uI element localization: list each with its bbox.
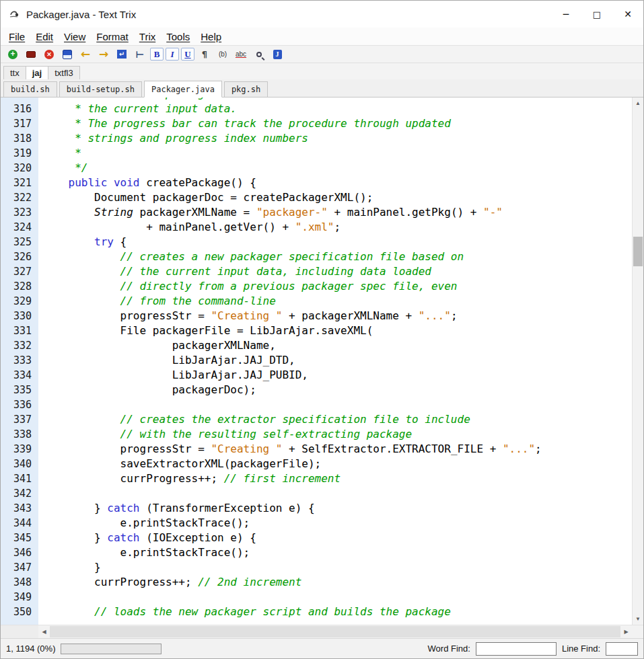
code-line-text: */ <box>38 161 87 176</box>
italic-icon[interactable]: I <box>166 48 179 61</box>
status-bar: 1, 1194 (0%) Word Find: Line Find: <box>1 638 643 658</box>
line-wrap-icon[interactable]: ↵ <box>114 47 130 61</box>
underline-icon[interactable]: U <box>181 48 194 61</box>
file-tab-pkg.sh[interactable]: pkg.sh <box>224 81 268 98</box>
code-line: 334 LibJarAjar.JAJ_PUBID, <box>1 368 632 383</box>
scroll-left-icon[interactable]: ◀ <box>38 625 50 638</box>
menu-help[interactable]: Help <box>195 31 227 42</box>
bold-icon[interactable]: B <box>150 48 164 61</box>
file-tab-Packager.java[interactable]: Packager.java <box>144 81 222 98</box>
line-number: 327 <box>1 264 38 279</box>
menu-edit[interactable]: Edit <box>30 31 59 42</box>
code-line-text: currProgress++; // 2nd increment <box>38 575 301 590</box>
title-bar: Packager.java - Text Trix ─ □ ✕ <box>1 1 643 28</box>
menu-trix[interactable]: Trix <box>134 31 161 42</box>
line-number: 317 <box>1 116 38 131</box>
code-line: 317 * The progress bar can track the pro… <box>1 116 632 131</box>
horizontal-scrollbar[interactable]: ◀ ▶ <box>1 625 643 638</box>
file-tab-build-setup.sh[interactable]: build-setup.sh <box>59 81 142 98</box>
code-line-text: // the current input data, including dat… <box>38 264 431 279</box>
menu-format[interactable]: Format <box>91 31 134 42</box>
line-number: 348 <box>1 575 38 590</box>
code-line: 322 Document packagerDoc = createPackage… <box>1 190 632 205</box>
group-tab-ttx[interactable]: ttx <box>3 66 26 79</box>
tab-stop-icon[interactable]: ⊢ <box>132 47 148 61</box>
new-file-icon[interactable]: + <box>5 47 21 61</box>
close-icon[interactable]: ✕ <box>612 1 643 28</box>
spell-check-icon[interactable]: abc <box>233 47 249 61</box>
line-number: 334 <box>1 368 38 383</box>
code-line-text: * strings and progress index numbers <box>38 131 308 146</box>
code-line: 342 <box>1 486 632 501</box>
code-line-text: e.printStackTrace(); <box>38 545 250 560</box>
code-line-text <box>38 486 42 501</box>
code-line: 325 try { <box>1 235 632 249</box>
line-number: 324 <box>1 220 38 235</box>
maximize-icon[interactable]: □ <box>581 1 612 28</box>
app-window: Packager.java - Text Trix ─ □ ✕ FileEdit… <box>0 0 644 659</box>
code-line-text: packagerDoc); <box>38 383 256 397</box>
trix-note-icon[interactable]: J <box>269 47 285 61</box>
line-find-input[interactable] <box>606 642 638 656</box>
toolbar: +✕←→↵⊢BIU¶(b)abcJ <box>1 46 643 63</box>
code-line-text: + mainPanel.getVer() + ".xml"; <box>38 220 341 235</box>
group-tab-txtfl3[interactable]: txtfl3 <box>48 66 79 79</box>
code-line-text: Document packagerDoc = createPackagerXML… <box>38 190 373 205</box>
line-find-label: Line Find: <box>562 644 600 654</box>
code-line-text: * <box>38 146 81 161</box>
vertical-scroll-track[interactable] <box>633 109 643 613</box>
code-line-text: public void createPackage() { <box>38 176 256 190</box>
line-number: 318 <box>1 131 38 146</box>
search-icon[interactable] <box>251 47 267 61</box>
code-line-text <box>38 397 42 412</box>
minimize-icon[interactable]: ─ <box>550 1 581 28</box>
code-line-text: e.printStackTrace(); <box>38 516 250 531</box>
line-number: 347 <box>1 560 38 575</box>
caret-position: 1, 1194 (0%) <box>6 644 55 654</box>
code-line-text: } <box>38 560 101 575</box>
horizontal-scroll-track[interactable] <box>50 625 620 638</box>
menu-file[interactable]: File <box>3 31 30 42</box>
line-number: 329 <box>1 294 38 309</box>
code-line: 316 * the current input data. <box>1 102 632 116</box>
menu-tools[interactable]: Tools <box>161 31 195 42</box>
code-line: 320 */ <box>1 161 632 176</box>
scroll-down-icon[interactable]: ▼ <box>633 613 643 625</box>
scrollbar-corner <box>632 625 643 638</box>
code-line-text: // with the resulting self-extracting pa… <box>38 427 412 442</box>
paragraph-marks-icon[interactable]: ¶ <box>196 47 213 61</box>
code-editor[interactable]: 315 * Creates the package based on316 * … <box>1 98 632 625</box>
code-line-text: * the current input data. <box>38 102 237 116</box>
line-number: 339 <box>1 442 38 457</box>
word-find-input[interactable] <box>476 642 557 656</box>
line-number: 331 <box>1 323 38 338</box>
code-line: 331 File packagerFile = LibJarAjar.saveX… <box>1 323 632 338</box>
code-line: 345 } catch (IOException e) { <box>1 531 632 545</box>
scroll-right-icon[interactable]: ▶ <box>620 625 632 638</box>
code-line: 340 saveExtractorXML(packagerFile); <box>1 457 632 471</box>
code-line: 341 currProgress++; // first increment <box>1 471 632 486</box>
line-number: 322 <box>1 190 38 205</box>
code-line: 344 e.printStackTrace(); <box>1 516 632 531</box>
code-line-text: // loads the new packager script and bui… <box>38 605 451 619</box>
save-file-icon[interactable] <box>59 47 75 61</box>
scroll-up-icon[interactable]: ▲ <box>633 98 643 109</box>
code-line: 323 String packagerXMLName = "packager-"… <box>1 205 632 220</box>
undo-icon[interactable]: ← <box>77 47 94 61</box>
menu-view[interactable]: View <box>59 31 91 42</box>
code-line: 324 + mainPanel.getVer() + ".xml"; <box>1 220 632 235</box>
app-icon[interactable] <box>7 7 21 21</box>
code-line: 332 packagerXMLName, <box>1 338 632 353</box>
close-file-icon[interactable]: ✕ <box>41 47 57 61</box>
open-file-icon[interactable] <box>23 47 39 61</box>
vertical-scroll-thumb[interactable] <box>633 237 643 266</box>
code-line: 327 // the current input data, including… <box>1 264 632 279</box>
line-number: 337 <box>1 412 38 427</box>
redo-icon[interactable]: → <box>96 47 112 61</box>
bold-b-icon[interactable]: (b) <box>215 47 231 61</box>
vertical-scrollbar[interactable]: ▲ ▼ <box>632 98 643 625</box>
group-tab-jaj[interactable]: jaj <box>26 66 48 79</box>
horizontal-scroll-thumb[interactable] <box>50 626 620 637</box>
file-tab-build.sh[interactable]: build.sh <box>3 81 57 98</box>
word-find-label: Word Find: <box>428 644 470 654</box>
